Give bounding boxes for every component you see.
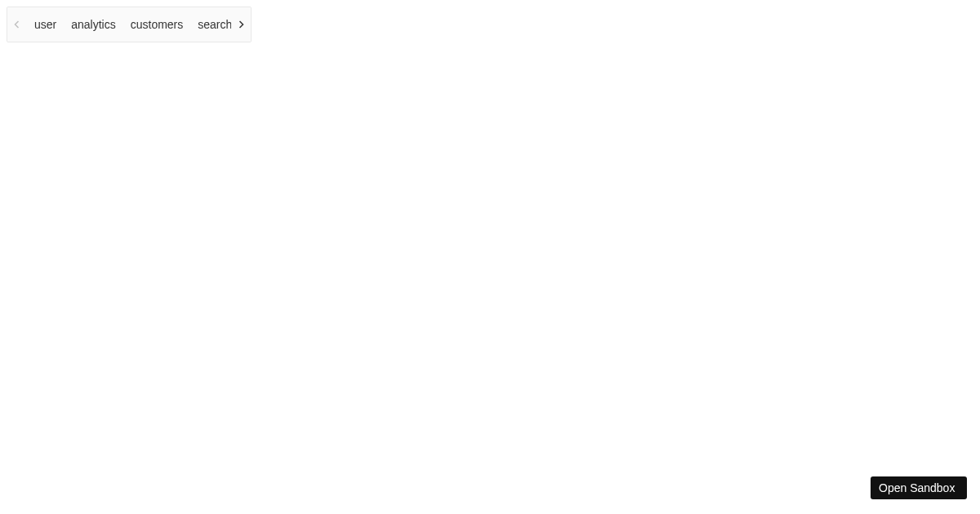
scroll-left-button[interactable]	[7, 7, 27, 42]
tab-label: user	[34, 18, 56, 31]
tab-user[interactable]: user	[27, 7, 64, 42]
tabs-list: user analytics customers search	[27, 7, 231, 42]
chevron-left-icon	[13, 20, 21, 29]
tab-label: search	[198, 18, 231, 31]
tab-label: customers	[131, 18, 184, 31]
open-sandbox-label: Open Sandbox	[879, 481, 955, 494]
tab-search[interactable]: search	[190, 7, 231, 42]
open-sandbox-button[interactable]: Open Sandbox	[871, 476, 967, 499]
tab-customers[interactable]: customers	[123, 7, 191, 42]
tab-label: analytics	[71, 18, 115, 31]
tabs-inner: user analytics customers search	[27, 7, 231, 42]
tab-analytics[interactable]: analytics	[64, 7, 122, 42]
chevron-right-icon	[237, 20, 245, 29]
scroll-right-button[interactable]	[231, 7, 251, 42]
tabs-container: user analytics customers search	[7, 7, 252, 42]
